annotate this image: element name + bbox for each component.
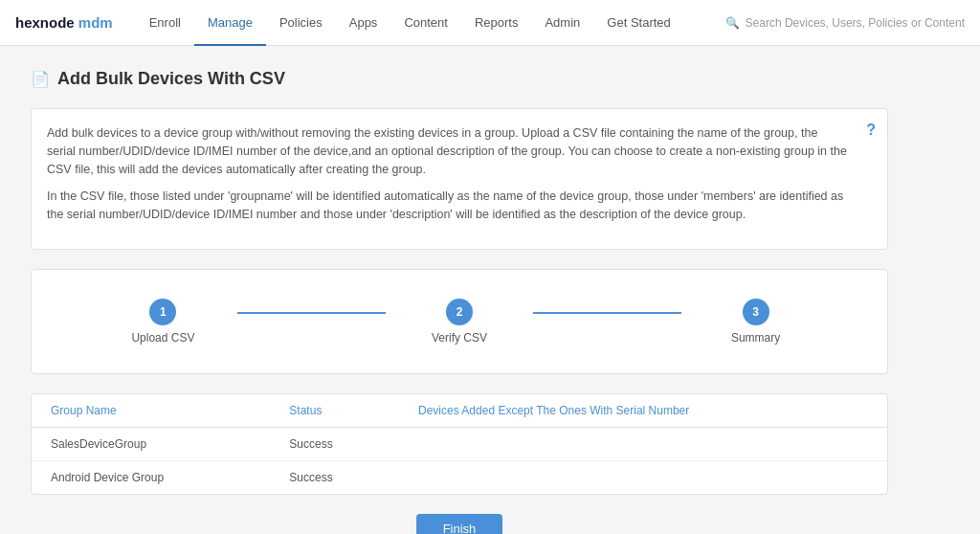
csv-file-icon: 📄 [31,70,50,88]
nav-enroll[interactable]: Enroll [136,0,194,46]
top-nav: hexnode mdm Enroll Manage Policies Apps … [0,0,980,46]
col-header-devices-note: Devices Added Except The Ones With Seria… [399,394,887,428]
stepper-step-3: 3 Summary [681,299,830,345]
nav-items: Enroll Manage Policies Apps Content Repo… [136,0,725,46]
row2-status: Success [270,460,399,494]
stepper-connector-1 [237,312,386,314]
page-content: 📄 Add Bulk Devices With CSV Add bulk dev… [0,46,919,534]
row1-devices-note [399,427,887,460]
row1-status: Success [270,427,399,460]
table-row: Android Device Group Success [32,460,887,494]
description-text-1: Add bulk devices to a device group with/… [47,124,849,178]
stepper: 1 Upload CSV 2 Verify CSV 3 Summary [89,299,830,345]
step-circle-3: 3 [743,299,769,325]
step-label-3: Summary [731,331,780,345]
stepper-connector-2 [533,312,681,314]
step-label-2: Verify CSV [432,331,487,345]
table-header-row: Group Name Status Devices Added Except T… [32,394,887,428]
table-row: SalesDeviceGroup Success [32,427,887,460]
nav-admin[interactable]: Admin [531,0,593,46]
stepper-card: 1 Upload CSV 2 Verify CSV 3 Summary [31,269,888,374]
nav-manage[interactable]: Manage [194,0,266,46]
brand-logo[interactable]: hexnode mdm [15,14,113,31]
row2-devices-note [399,460,887,494]
nav-content[interactable]: Content [390,0,461,46]
summary-table-card: Group Name Status Devices Added Except T… [31,393,888,495]
page-title: Add Bulk Devices With CSV [57,69,285,89]
col-header-status: Status [270,394,399,428]
row1-group-name: SalesDeviceGroup [32,427,270,460]
step-label-1: Upload CSV [131,331,194,345]
help-icon[interactable]: ? [866,119,876,142]
row2-group-name: Android Device Group [32,460,270,494]
description-card: Add bulk devices to a device group with/… [31,108,888,250]
search-placeholder: Search Devices, Users, Policies or Conte… [746,16,965,30]
step-circle-2: 2 [446,299,473,325]
stepper-step-1: 1 Upload CSV [89,299,237,345]
summary-table: Group Name Status Devices Added Except T… [32,394,887,494]
description-text-2: In the CSV file, those listed under 'gro… [47,188,849,224]
search-bar[interactable]: 🔍 Search Devices, Users, Policies or Con… [725,16,965,30]
nav-policies[interactable]: Policies [266,0,336,46]
nav-apps[interactable]: Apps [336,0,391,46]
col-header-group-name: Group Name [32,394,270,428]
step-circle-1: 1 [149,299,176,325]
nav-get-started[interactable]: Get Started [593,0,683,46]
finish-row: Finish [31,514,888,534]
page-title-row: 📄 Add Bulk Devices With CSV [31,69,888,89]
nav-reports[interactable]: Reports [461,0,532,46]
search-icon: 🔍 [725,16,740,30]
stepper-step-2: 2 Verify CSV [386,299,534,345]
finish-button[interactable]: Finish [416,514,503,534]
